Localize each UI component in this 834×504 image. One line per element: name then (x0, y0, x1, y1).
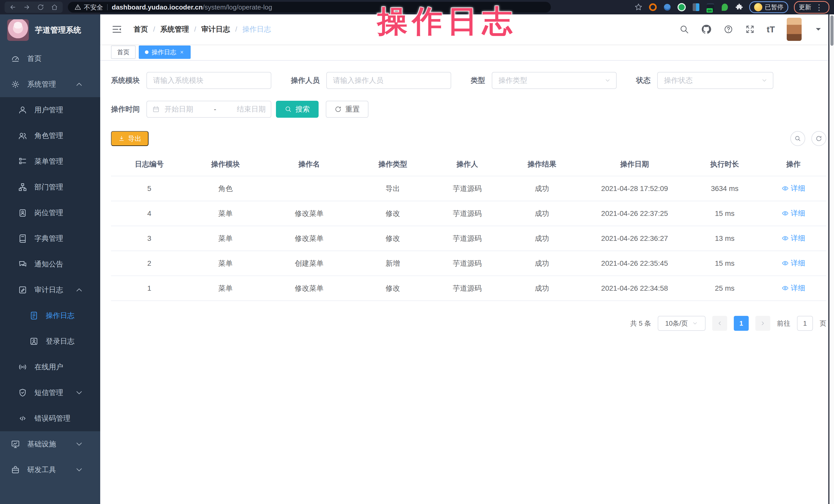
sidebar-item-home[interactable]: 首页 (0, 46, 100, 71)
table-cell: 修改菜单 (263, 276, 355, 301)
prev-page-button[interactable] (712, 316, 727, 331)
table-cell: 15 ms (689, 201, 760, 226)
reset-button[interactable]: 重置 (326, 101, 369, 118)
table-row: 3菜单修改菜单修改芋道源码成功2021-04-26 22:36:2713 ms详… (111, 226, 826, 251)
sidebar-item-post-management[interactable]: 岗位管理 (0, 200, 100, 226)
col-actions: 操作 (761, 155, 826, 176)
sidebar-collapse-icon[interactable] (111, 23, 123, 35)
search-icon (794, 135, 801, 142)
dashboard-icon (11, 54, 20, 63)
sidebar-item-system-management[interactable]: 系统管理 (0, 71, 100, 97)
page-number-active[interactable]: 1 (734, 316, 749, 331)
extension-grid-icon[interactable] (692, 3, 700, 12)
sidebar-item-dict-management[interactable]: 字典管理 (0, 226, 100, 251)
user-avatar[interactable] (787, 18, 802, 41)
next-page-button[interactable] (755, 316, 770, 331)
search-button[interactable]: 搜索 (276, 101, 319, 118)
table-cell: 菜单 (188, 251, 263, 276)
browser-back-icon[interactable] (7, 2, 19, 12)
caret-down-icon[interactable] (813, 24, 823, 34)
browser-update-button[interactable]: 更新 ⋮ (794, 1, 829, 14)
end-date-placeholder: 结束日期 (221, 104, 266, 114)
table-cell: 详细 (761, 226, 826, 251)
table-cell: 2021-04-26 22:34:58 (580, 276, 689, 301)
scrollbar-thumb[interactable] (830, 16, 833, 46)
extension-paused-pill[interactable]: 已暂停 (749, 1, 788, 13)
extension-pin-icon[interactable] (663, 3, 672, 12)
close-icon[interactable] (179, 50, 184, 55)
sidebar-item-operate-log[interactable]: 操作日志 (0, 303, 100, 328)
extensions-puzzle-icon[interactable] (735, 3, 744, 12)
breadcrumb-separator: / (235, 25, 237, 34)
type-select[interactable]: 操作类型 (492, 72, 617, 89)
window-scrollbar[interactable] (829, 15, 834, 504)
sidebar-item-role-management[interactable]: 角色管理 (0, 123, 100, 149)
sidebar-item-infrastructure[interactable]: 基础设施 (0, 431, 100, 457)
table-row: 5角色导出芋道源码成功2021-04-28 17:52:093634 ms详细 (111, 176, 826, 201)
tab-home[interactable]: 首页 (111, 45, 136, 59)
chevron-down-icon (604, 77, 611, 84)
sidebar-item-audit-log[interactable]: 审计日志 (0, 277, 100, 303)
fullscreen-icon[interactable] (745, 24, 755, 34)
help-icon[interactable] (724, 24, 733, 34)
toggle-search-button[interactable] (790, 131, 805, 146)
breadcrumb-system[interactable]: 系统管理 (160, 24, 189, 34)
sidebar-item-error-code[interactable]: 错误码管理 (0, 406, 100, 431)
breadcrumb-home[interactable]: 首页 (134, 24, 148, 34)
status-select[interactable]: 操作状态 (657, 72, 773, 89)
table-cell: 修改 (355, 201, 431, 226)
table-cell: 成功 (504, 176, 580, 201)
table-cell: 芋道源码 (431, 201, 504, 226)
table-cell: 角色 (188, 176, 263, 201)
extension-stack-icon[interactable]: on (706, 3, 715, 12)
app-logo-row[interactable]: 芋道管理系统 (0, 15, 100, 46)
github-icon[interactable] (701, 24, 712, 35)
sidebar-submenu-system: 用户管理 角色管理 菜单管理 部门管理 岗位管理 (0, 97, 100, 431)
sidebar-item-sms-management[interactable]: 短信管理 (0, 380, 100, 406)
table-cell: 菜单 (188, 276, 263, 301)
font-size-icon[interactable]: tT (767, 24, 775, 35)
online-users-icon (18, 363, 27, 372)
detail-link[interactable]: 详细 (782, 233, 805, 243)
browser-forward-icon[interactable] (21, 2, 32, 12)
browser-nav-cluster (5, 2, 63, 13)
table-cell: 修改 (355, 276, 431, 301)
sidebar-item-online-users[interactable]: 在线用户 (0, 354, 100, 380)
active-dot-icon (145, 50, 149, 54)
detail-link[interactable]: 详细 (782, 283, 805, 293)
browser-reload-icon[interactable] (35, 2, 46, 12)
browser-home-icon[interactable] (49, 2, 60, 12)
tab-operate-log[interactable]: 操作日志 (139, 45, 191, 59)
search-icon (285, 106, 292, 113)
sidebar-item-department-management[interactable]: 部门管理 (0, 174, 100, 200)
detail-link[interactable]: 详细 (782, 183, 805, 193)
col-operator: 操作人 (431, 155, 504, 176)
page-size-select[interactable]: 10条/页 (658, 316, 705, 331)
sidebar-item-menu-management[interactable]: 菜单管理 (0, 149, 100, 174)
detail-link[interactable]: 详细 (782, 258, 805, 268)
sidebar-item-notice[interactable]: 通知公告 (0, 251, 100, 277)
date-range-picker[interactable]: 开始日期 - 结束日期 (147, 101, 271, 118)
operator-input[interactable] (326, 72, 451, 89)
sidebar-item-login-log[interactable]: 登录日志 (0, 328, 100, 354)
sidebar-item-dev-tools[interactable]: 研发工具 (0, 457, 100, 483)
extension-leaf-icon[interactable] (720, 3, 729, 12)
operate-log-table: 日志编号 操作模块 操作名 操作类型 操作人 操作结果 操作日期 执行时长 操作… (111, 155, 826, 301)
extension-orange-icon[interactable] (649, 3, 657, 12)
extension-green-circle-icon[interactable] (677, 3, 686, 12)
badge-icon (18, 208, 27, 217)
detail-link[interactable]: 详细 (782, 209, 805, 218)
col-log-id: 日志编号 (111, 155, 188, 176)
bookmark-star-icon[interactable] (634, 3, 643, 12)
breadcrumb-audit-log[interactable]: 审计日志 (201, 24, 230, 34)
table-cell: 2021-04-26 22:36:27 (580, 226, 689, 251)
export-button[interactable]: 导出 (111, 131, 149, 146)
chevron-left-icon (717, 320, 723, 326)
browser-menu-icon[interactable]: ⋮ (814, 3, 825, 12)
goto-page-input[interactable] (797, 316, 813, 331)
search-icon[interactable] (679, 24, 689, 34)
sidebar-item-user-management[interactable]: 用户管理 (0, 97, 100, 123)
module-input[interactable] (147, 72, 271, 89)
refresh-table-button[interactable] (811, 131, 826, 146)
login-log-icon (29, 337, 39, 346)
